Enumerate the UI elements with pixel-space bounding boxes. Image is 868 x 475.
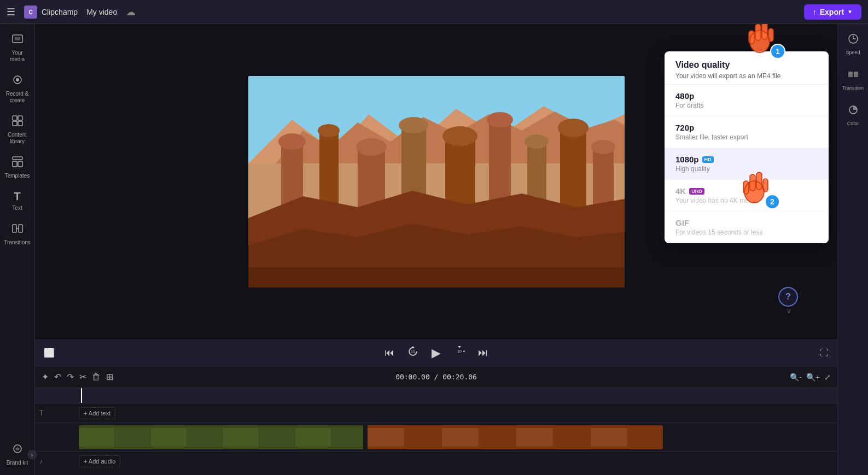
text-track-content[interactable]: + Add text [79, 403, 837, 423]
playback-controls: ⬜ ⏮ 10 ▶ 10 ⏭ ⛶ [35, 339, 837, 366]
quality-label-1080p: 1080p HD [675, 155, 818, 164]
svg-point-25 [318, 124, 340, 137]
sidebar-item-label-templates: Templates [5, 173, 30, 179]
video-clip-segment-2[interactable] [368, 425, 663, 449]
export-dropdown-title: Video quality [675, 60, 818, 70]
svg-point-39 [591, 140, 615, 154]
sidebar-item-your-media[interactable]: Your media [2, 28, 33, 67]
quality-sublabel-gif: For videos 15 seconds or less [675, 228, 818, 236]
svg-text:10: 10 [411, 349, 415, 353]
skip-forward-button[interactable]: ⏭ [478, 347, 488, 359]
svg-rect-7 [18, 116, 22, 120]
quality-option-gif[interactable]: GIF For videos 15 seconds or less [665, 212, 829, 243]
zoom-out-button[interactable]: 🔍- [790, 373, 802, 382]
svg-rect-13 [13, 225, 16, 232]
audio-track-content[interactable]: + Add audio [79, 451, 837, 471]
svg-rect-47 [768, 28, 773, 42]
text-track-icon: T [39, 409, 43, 417]
add-audio-button[interactable]: + Add audio [79, 455, 120, 467]
timeline-playhead[interactable] [81, 388, 82, 403]
transition-icon [847, 68, 859, 83]
timeline-undo-button[interactable]: ↶ [54, 372, 61, 382]
rewind-10-button[interactable]: 10 [407, 346, 418, 360]
timeline-cut-button[interactable]: ✂ [79, 372, 86, 382]
svg-point-35 [525, 134, 549, 149]
zoom-in-button[interactable]: 🔍+ [806, 373, 820, 382]
brand-kit-icon [11, 443, 24, 458]
add-text-button[interactable]: + Add text [79, 407, 115, 419]
svg-marker-66 [458, 346, 461, 348]
audio-track-label: ♪ [35, 458, 79, 465]
quality-option-1080p[interactable]: 1080p HD High quality [665, 148, 829, 180]
sidebar-item-label-record: Record & create [4, 91, 31, 104]
timeline-ruler: 0:02 0:04 0:06 0:08 0:10 0:12 0:14 0:16 … [35, 388, 837, 403]
play-button[interactable]: ▶ [432, 346, 441, 360]
svg-rect-9 [18, 121, 22, 126]
svg-rect-8 [13, 121, 17, 126]
sidebar-item-content-library[interactable]: Content library [2, 110, 33, 149]
help-icon: ? [785, 292, 791, 302]
zoom-fit-button[interactable]: ⤢ [824, 373, 831, 382]
svg-point-48 [750, 31, 770, 52]
svg-point-27 [356, 138, 387, 156]
right-tool-color[interactable]: Color [840, 99, 866, 131]
transitions-icon [11, 222, 24, 237]
sidebar-item-text[interactable]: T Text [2, 186, 33, 216]
sidebar-item-transitions[interactable]: Transitions [2, 218, 33, 250]
center-panel: ? ∨ Video quality Your video will export… [35, 24, 837, 475]
export-dropdown: Video quality Your video will export as … [665, 51, 829, 243]
svg-rect-42 [248, 267, 625, 288]
timeline-delete-button[interactable]: 🗑 [92, 372, 101, 382]
templates-icon [11, 156, 24, 171]
audio-track-icon: ♪ [39, 458, 43, 465]
cloud-icon: ☁ [126, 6, 136, 18]
app-title: Clipchamp [42, 8, 78, 16]
topbar: ☰ C Clipchamp My video ☁ ↑ Export ▼ [0, 0, 868, 24]
timeline-redo-button[interactable]: ↷ [67, 372, 74, 382]
timeline-total-time: 00:20.06 [442, 373, 477, 381]
right-tool-speed[interactable]: Speed [840, 28, 866, 60]
export-label: Export [820, 8, 844, 16]
svg-rect-89 [854, 72, 858, 77]
hd-badge: HD [702, 156, 714, 163]
svg-rect-52 [768, 28, 773, 42]
skip-back-button[interactable]: ⏮ [385, 347, 394, 359]
export-button[interactable]: ↑ Export ▼ [804, 4, 861, 20]
quality-option-720p[interactable]: 720p Smaller file, faster export [665, 116, 829, 148]
timeline-magic-button[interactable]: ✦ [42, 372, 49, 382]
svg-rect-51 [749, 31, 754, 44]
timeline-toolbar: ✦ ↶ ↷ ✂ 🗑 ⊞ 00:00.00 / 00:20.06 🔍- 🔍+ ⤢ [35, 366, 837, 388]
timeline-add-button[interactable]: ⊞ [106, 372, 113, 382]
text-track-label: T [35, 409, 79, 417]
color-icon [847, 104, 859, 119]
right-tool-transition[interactable]: Transition [840, 64, 866, 95]
sidebar-item-label-text: Text [12, 205, 22, 212]
svg-rect-50 [762, 24, 767, 39]
quality-label-480p: 480p [675, 91, 818, 101]
sidebar-item-label-brand-kit: Brand kit [7, 460, 28, 466]
caption-button[interactable]: ⬜ [44, 348, 55, 358]
record-create-icon [11, 74, 24, 89]
speed-label: Speed [846, 50, 860, 55]
fullscreen-button[interactable]: ⛶ [820, 348, 829, 358]
sidebar-item-templates[interactable]: Templates [2, 151, 33, 184]
video-clip-segment-1[interactable] [79, 425, 363, 449]
timeline-time-separator: / [434, 373, 443, 381]
main-area: Your media Record & create Content libra… [0, 24, 868, 475]
svg-rect-11 [13, 161, 17, 167]
quality-label-4k: 4K UHD [675, 186, 818, 196]
svg-rect-44 [755, 24, 761, 40]
quality-option-480p[interactable]: 480p For drafts [665, 85, 829, 116]
quality-option-4k[interactable]: 4K UHD Your video has no 4K media [665, 180, 829, 212]
svg-rect-6 [13, 116, 17, 120]
quality-label-gif: GIF [675, 218, 818, 227]
help-button[interactable]: ? [778, 287, 798, 307]
quality-sublabel-480p: For drafts [675, 102, 818, 109]
hamburger-menu[interactable]: ☰ [7, 6, 15, 18]
video-title[interactable]: My video [86, 8, 117, 16]
svg-rect-14 [19, 225, 22, 232]
sidebar-item-label-content-library: Content library [4, 132, 31, 145]
sidebar-item-record-create[interactable]: Record & create [2, 69, 33, 108]
quality-label-720p: 720p [675, 123, 818, 132]
forward-10-button[interactable]: 10 [454, 346, 465, 360]
